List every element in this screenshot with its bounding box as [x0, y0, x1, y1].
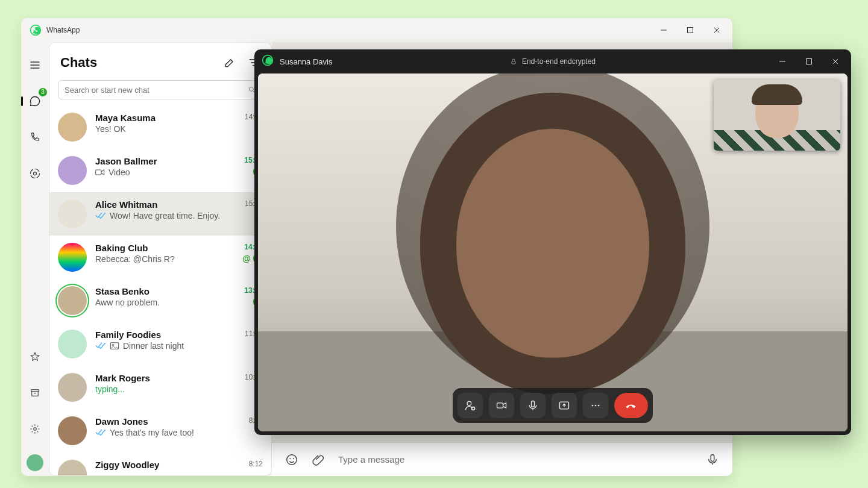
chat-avatar: [58, 286, 87, 315]
read-ticks-icon: [95, 211, 106, 220]
hang-up-button[interactable]: [614, 393, 648, 418]
new-chat-button[interactable]: [223, 56, 236, 69]
message-composer: [272, 442, 732, 476]
archive-icon: [30, 387, 40, 398]
message-input[interactable]: [338, 454, 693, 465]
svg-point-10: [293, 458, 294, 459]
svg-rect-14: [807, 59, 812, 64]
nav-profile-avatar[interactable]: [27, 454, 43, 471]
nav-menu-button[interactable]: [24, 54, 46, 76]
svg-point-20: [592, 405, 594, 407]
window-minimize-button[interactable]: [650, 18, 677, 42]
call-controls-bar: [453, 388, 653, 423]
chat-preview-text: Rebecca: @Chris R?: [95, 254, 175, 264]
svg-rect-11: [711, 454, 714, 461]
titlebar: WhatsApp: [21, 18, 732, 42]
microphone-icon: [527, 399, 539, 411]
smile-icon: [285, 453, 298, 466]
svg-point-8: [287, 454, 297, 465]
whatsapp-logo-icon: [262, 54, 274, 69]
svg-point-4: [249, 87, 253, 91]
chat-list-item[interactable]: Dawn Jones Yes that's my fave too! 8:32: [49, 409, 271, 452]
nav-settings-button[interactable]: [24, 418, 46, 440]
chat-preview-text: Aww no problem.: [95, 298, 160, 307]
phone-icon: [30, 132, 40, 143]
svg-point-21: [595, 405, 597, 407]
chat-list-item[interactable]: Mark Rogers typing... 10:52: [49, 366, 271, 409]
mention-indicator: @: [242, 254, 251, 263]
add-participant-button[interactable]: [458, 393, 483, 418]
call-titlebar: Susanna Davis End-to-end endcrypted: [254, 49, 851, 74]
search-input[interactable]: [64, 86, 243, 95]
call-window-minimize-button[interactable]: [769, 49, 796, 74]
nav-starred-button[interactable]: [24, 346, 46, 368]
share-screen-button[interactable]: [552, 393, 577, 418]
chat-preview: Wow! Have great time. Enjoy.: [95, 211, 228, 221]
svg-rect-18: [532, 401, 535, 407]
chats-unread-badge: 3: [39, 88, 47, 96]
paperclip-icon: [312, 453, 325, 466]
nav-calls-button[interactable]: [24, 127, 46, 148]
chat-avatar: [58, 113, 87, 142]
nav-status-button[interactable]: [24, 163, 46, 184]
chat-preview-text: Yes that's my fave too!: [110, 428, 194, 437]
chat-name: Alice Whitman: [95, 199, 228, 210]
chat-avatar: [58, 330, 87, 358]
chat-avatar: [58, 460, 87, 475]
chat-preview: Video: [95, 167, 228, 177]
chat-list-item[interactable]: Stasa Benko Aww no problem. 13:522: [49, 279, 271, 322]
window-maximize-button[interactable]: [677, 18, 703, 42]
chat-list-item[interactable]: Baking Club Rebecca: @Chris R? 14:47@1: [49, 236, 271, 279]
chat-preview: Yes that's my fave too!: [95, 428, 228, 437]
chat-name: Ziggy Woodley: [95, 460, 228, 470]
emoji-button[interactable]: [285, 453, 298, 466]
chat-list-item[interactable]: Family Foodies Dinner last night 11:23: [49, 322, 271, 366]
svg-rect-17: [497, 403, 503, 408]
toggle-camera-button[interactable]: [489, 393, 514, 418]
svg-point-3: [34, 428, 37, 431]
gear-icon: [30, 424, 40, 434]
svg-point-22: [598, 405, 600, 407]
chat-icon: [29, 95, 41, 107]
self-video-pip[interactable]: [714, 80, 840, 151]
chat-avatar: [58, 199, 87, 228]
call-more-button[interactable]: [583, 393, 608, 418]
window-close-button[interactable]: [703, 18, 730, 42]
status-icon: [29, 167, 41, 180]
star-icon: [30, 351, 40, 362]
chat-list-item[interactable]: Ziggy Woodley 8:12: [49, 452, 271, 475]
lock-icon: [510, 58, 517, 65]
chat-list-item[interactable]: Alice Whitman Wow! Have great time. Enjo…: [49, 192, 271, 236]
svg-point-2: [34, 172, 37, 175]
chat-preview-text: Wow! Have great time. Enjoy.: [110, 211, 220, 221]
call-video-stage: [258, 74, 848, 431]
hangup-icon: [625, 399, 637, 411]
svg-point-9: [289, 458, 291, 459]
video-icon: [95, 169, 105, 176]
voice-message-button[interactable]: [706, 453, 719, 466]
chat-list-item[interactable]: Maya Kasuma Yes! OK 14:52: [49, 105, 271, 149]
nav-archive-button[interactable]: [24, 382, 46, 404]
microphone-icon: [706, 453, 719, 466]
toggle-mic-button[interactable]: [520, 393, 546, 418]
call-window-close-button[interactable]: [822, 49, 849, 74]
chat-name: Dawn Jones: [95, 416, 228, 427]
nav-chats-button[interactable]: 3: [24, 90, 46, 112]
chat-name: Baking Club: [95, 243, 228, 253]
chat-avatar: [58, 416, 87, 445]
chat-list-item[interactable]: Jason Ballmer Video 15:233: [49, 149, 271, 192]
whatsapp-logo-icon: [30, 24, 42, 36]
chat-name: Stasa Benko: [95, 286, 228, 296]
video-icon: [495, 399, 508, 411]
call-window-maximize-button[interactable]: [796, 49, 822, 74]
chat-time: 8:12: [249, 460, 263, 468]
chat-avatar: [58, 373, 87, 402]
read-ticks-icon: [95, 428, 106, 437]
chat-name: Maya Kasuma: [95, 113, 228, 123]
read-ticks-icon: [95, 342, 106, 350]
chat-avatar: [58, 156, 87, 185]
attach-button[interactable]: [312, 453, 325, 466]
chat-name: Mark Rogers: [95, 373, 228, 383]
svg-rect-13: [512, 61, 515, 64]
search-input-wrapper[interactable]: [58, 80, 263, 99]
